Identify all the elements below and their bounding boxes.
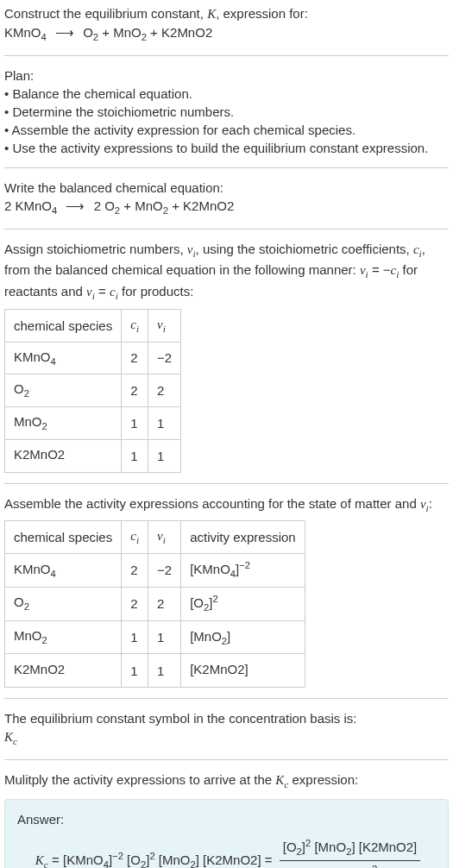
plan-title: Plan: <box>4 66 449 85</box>
kc-symbol: Kc <box>4 727 449 749</box>
table-row: KMnO42−2 <box>5 342 181 374</box>
answer-expression: Kc = [KMnO4]−2 [O2]2 [MnO2] [K2MnO2] = [… <box>17 837 436 869</box>
col-ci: ci <box>122 309 148 342</box>
table-row: O222 <box>5 374 181 407</box>
col-vi: νi <box>148 521 181 554</box>
kc-symbol-section: The equilibrium constant symbol in the c… <box>4 709 449 749</box>
K-symbol: K <box>207 7 216 21</box>
table-row: K2MnO211 <box>5 439 181 472</box>
balanced-title: Write the balanced chemical equation: <box>4 179 449 197</box>
table-header-row: chemical species ci νi <box>5 309 181 342</box>
answer-box: Answer: Kc = [KMnO4]−2 [O2]2 [MnO2] [K2M… <box>4 799 449 869</box>
col-activity: activity expression <box>181 521 305 554</box>
col-species: chemical species <box>5 521 122 554</box>
col-ci: ci <box>122 521 148 554</box>
balanced-equation: 2 KMnO4 ⟶ 2 O2 + MnO2 + K2MnO2 <box>4 197 449 218</box>
answer-label: Answer: <box>17 810 436 828</box>
plan-bullet: • Balance the chemical equation. <box>4 85 449 103</box>
activity-intro: Assemble the activity expressions accoun… <box>4 494 449 516</box>
plan-bullet: • Use the activity expressions to build … <box>4 139 449 157</box>
activity-table: chemical species ci νi activity expressi… <box>4 520 305 688</box>
eq-lhs: KMnO4 <box>4 25 47 40</box>
table-row: KMnO42−2[KMnO4]−2 <box>5 554 305 588</box>
plan-bullet: • Assemble the activity expression for e… <box>4 121 449 139</box>
question-header: Construct the equilibrium constant, K, e… <box>4 4 449 45</box>
balanced-section: Write the balanced chemical equation: 2 … <box>4 179 449 218</box>
table-row: K2MnO211[K2MnO2] <box>5 654 305 688</box>
col-vi: νi <box>148 309 181 342</box>
question-text-1: Construct the equilibrium constant, <box>4 6 207 21</box>
right-arrow-icon: ⟶ <box>50 25 79 40</box>
table-row: MnO211[MnO2] <box>5 620 305 654</box>
plan-section: Plan: • Balance the chemical equation. •… <box>4 66 449 157</box>
activity-section: Assemble the activity expressions accoun… <box>4 494 449 689</box>
kc-symbol-line: The equilibrium constant symbol in the c… <box>4 709 449 727</box>
stoich-section: Assign stoichiometric numbers, νi, using… <box>4 240 449 473</box>
table-row: O222[O2]2 <box>5 587 305 620</box>
stoich-intro: Assign stoichiometric numbers, νi, using… <box>4 240 449 304</box>
fraction: [O2]2 [MnO2] [K2MnO2][KMnO4]2 <box>280 837 421 869</box>
question-text-1b: , expression for: <box>216 6 308 21</box>
right-arrow-icon: ⟶ <box>60 198 90 213</box>
multiply-section: Mulitply the activity expressions to arr… <box>4 771 449 792</box>
col-species: chemical species <box>5 309 122 342</box>
stoich-table: chemical species ci νi KMnO42−2 O222 MnO… <box>4 309 181 473</box>
plan-bullet: • Determine the stoichiometric numbers. <box>4 103 449 121</box>
table-row: MnO211 <box>5 407 181 440</box>
eq-rhs: O2 + MnO2 + K2MnO2 <box>83 25 212 40</box>
table-header-row: chemical species ci νi activity expressi… <box>5 521 305 554</box>
